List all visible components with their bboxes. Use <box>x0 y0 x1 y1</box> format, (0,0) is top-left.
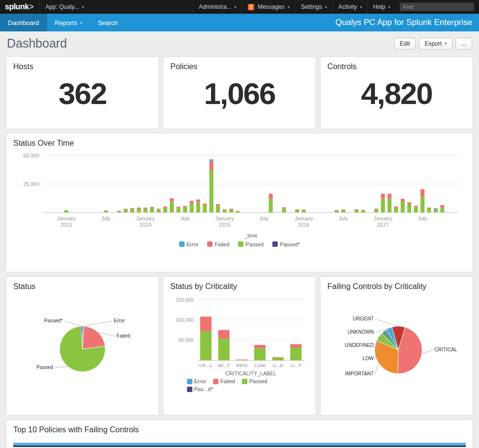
find-input[interactable] <box>399 2 474 11</box>
edit-button[interactable]: Edit <box>394 38 416 50</box>
time-bar-segment[interactable] <box>189 201 193 204</box>
time-bar-segment[interactable] <box>269 194 273 199</box>
criticality-bar-segment[interactable] <box>236 360 247 360</box>
time-bar-segment[interactable] <box>361 210 365 211</box>
time-bar-segment[interactable] <box>196 202 200 212</box>
time-bar-segment[interactable] <box>440 205 444 208</box>
time-bar-segment[interactable] <box>421 196 425 212</box>
time-bar-segment[interactable] <box>374 210 378 212</box>
time-bar-segment[interactable] <box>203 205 207 212</box>
messages-menu[interactable]: 2 Messages ▾ <box>242 0 295 14</box>
tab-dashboard[interactable]: Dashboard <box>0 14 47 31</box>
time-bar-segment[interactable] <box>388 198 392 212</box>
time-bar-segment[interactable] <box>335 210 339 211</box>
time-bar-segment[interactable] <box>282 209 286 212</box>
time-bar-segment[interactable] <box>222 210 226 210</box>
time-bar-segment[interactable] <box>210 159 213 161</box>
criticality-bar-segment[interactable] <box>254 345 266 348</box>
time-bar-segment[interactable] <box>427 209 431 212</box>
time-bar-segment[interactable] <box>176 208 180 212</box>
time-bar-segment[interactable] <box>137 208 141 209</box>
time-bar-segment[interactable] <box>374 209 378 210</box>
time-bar-segment[interactable] <box>176 207 180 208</box>
criticality-bar-segment[interactable] <box>218 330 230 339</box>
time-bar-segment[interactable] <box>394 206 398 207</box>
time-bar-segment[interactable] <box>104 211 108 212</box>
tab-reports[interactable]: Reports ▾ <box>47 14 90 31</box>
time-bar-segment[interactable] <box>421 189 425 196</box>
time-bar-segment[interactable] <box>163 208 167 212</box>
time-bar-segment[interactable] <box>354 210 358 212</box>
export-button[interactable]: Export ▾ <box>419 38 452 50</box>
pie-slice-failed[interactable] <box>82 326 105 349</box>
status-by-criticality-chart[interactable]: 50,000100,000150,000CR...LIM...TINFOLOWU… <box>170 296 309 377</box>
time-bar-segment[interactable] <box>295 210 299 212</box>
time-bar-segment[interactable] <box>302 210 306 211</box>
app-menu[interactable]: App: Qualy... ▾ <box>39 0 89 14</box>
time-bar-segment[interactable] <box>216 204 220 206</box>
time-bar-segment[interactable] <box>341 210 345 212</box>
time-bar-segment[interactable] <box>381 199 385 212</box>
time-bar-segment[interactable] <box>64 210 68 212</box>
time-bar-segment[interactable] <box>170 201 174 212</box>
time-bar-segment[interactable] <box>434 208 438 209</box>
time-bar-segment[interactable] <box>282 207 286 208</box>
activity-menu[interactable]: Activity ▾ <box>332 0 367 14</box>
time-bar-segment[interactable] <box>434 210 438 212</box>
time-bar-segment[interactable] <box>414 207 418 212</box>
more-button[interactable]: ... <box>455 38 472 50</box>
user-menu[interactable]: Administra... ▾ <box>193 0 242 14</box>
time-bar-segment[interactable] <box>229 210 233 212</box>
time-bar-segment[interactable] <box>124 210 128 212</box>
time-bar-segment[interactable] <box>130 209 134 212</box>
tab-search[interactable]: Search <box>90 14 126 31</box>
time-bar-segment[interactable] <box>137 209 141 212</box>
time-bar-segment[interactable] <box>394 208 398 212</box>
time-bar-segment[interactable] <box>117 211 121 211</box>
time-bar-segment[interactable] <box>295 210 299 210</box>
time-bar-segment[interactable] <box>229 209 233 210</box>
time-bar-segment[interactable] <box>388 194 392 198</box>
time-bar-segment[interactable] <box>130 208 134 209</box>
criticality-bar-segment[interactable] <box>272 357 284 358</box>
time-bar-segment[interactable] <box>157 209 160 209</box>
time-bar-segment[interactable] <box>196 200 200 202</box>
time-bar-segment[interactable] <box>440 208 444 212</box>
time-bar-segment[interactable] <box>117 211 121 212</box>
time-bar-segment[interactable] <box>163 207 167 208</box>
time-bar-segment[interactable] <box>361 211 365 212</box>
time-bar-segment[interactable] <box>170 198 174 201</box>
criticality-bar-segment[interactable] <box>290 344 301 347</box>
failing-controls-pie-chart[interactable]: URGENTCRITICALIMPORTANTLOWUNDEFINEDUNKNO… <box>327 297 466 395</box>
status-over-time-chart[interactable]: 25,00050,000January2013JulyJanuary2014Ju… <box>13 150 466 241</box>
criticality-bar-segment[interactable] <box>200 316 212 331</box>
time-bar-segment[interactable] <box>400 201 404 212</box>
time-bar-segment[interactable] <box>157 210 160 212</box>
criticality-bar-segment[interactable] <box>200 331 212 360</box>
time-bar-segment[interactable] <box>189 204 193 212</box>
criticality-bar-segment[interactable] <box>290 347 301 360</box>
time-bar-segment[interactable] <box>269 199 273 212</box>
time-bar-segment[interactable] <box>183 207 187 212</box>
time-bar-segment[interactable] <box>150 208 154 212</box>
time-bar-segment[interactable] <box>143 208 147 209</box>
splunk-logo[interactable]: splunk > <box>0 2 39 11</box>
criticality-bar-segment[interactable] <box>272 358 284 361</box>
time-bar-segment[interactable] <box>354 209 358 210</box>
time-bar-segment[interactable] <box>216 206 220 212</box>
time-bar-segment[interactable] <box>210 171 213 212</box>
time-bar-segment[interactable] <box>183 206 187 208</box>
criticality-bar-segment[interactable] <box>254 348 266 361</box>
time-bar-segment[interactable] <box>124 209 128 210</box>
time-bar-segment[interactable] <box>150 207 154 208</box>
time-bar-segment[interactable] <box>210 161 213 170</box>
time-bar-segment[interactable] <box>236 211 240 212</box>
help-menu[interactable]: Help ▾ <box>367 0 396 14</box>
time-bar-segment[interactable] <box>400 199 404 201</box>
status-pie-chart[interactable]: ErrorFailedPassedPassed* <box>13 297 152 394</box>
time-bar-segment[interactable] <box>407 204 411 212</box>
time-bar-segment[interactable] <box>434 209 438 210</box>
criticality-bar-segment[interactable] <box>218 338 230 360</box>
time-bar-segment[interactable] <box>381 194 385 199</box>
time-bar-segment[interactable] <box>407 202 411 204</box>
